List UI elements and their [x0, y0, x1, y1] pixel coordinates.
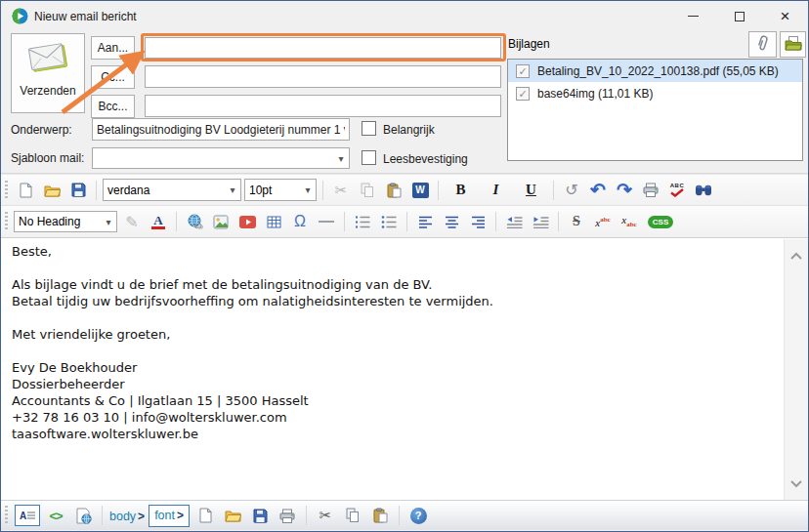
toolbar-grip[interactable] — [5, 506, 8, 525]
find-button[interactable] — [692, 179, 715, 202]
to-input[interactable] — [145, 37, 501, 59]
scissors-icon: ✂ — [319, 507, 332, 524]
undo-icon: ↶ — [590, 179, 606, 201]
subject-input[interactable] — [92, 118, 350, 141]
font-name-dropdown[interactable]: verdana ▾ — [103, 179, 241, 201]
align-right-button[interactable] — [466, 210, 490, 233]
align-center-button[interactable] — [440, 210, 463, 233]
scrollbar[interactable] — [784, 239, 808, 500]
breadcrumb-font[interactable]: font> — [149, 505, 190, 527]
horizontal-rule-icon — [319, 221, 334, 223]
preview-button[interactable] — [71, 504, 95, 527]
copy-button[interactable] — [341, 504, 364, 527]
highlight-button[interactable]: ✎ — [120, 210, 144, 233]
subscript-button[interactable]: xabc — [617, 210, 641, 233]
editor-toolbar-format: No Heading ▾ ✎ A Ω — [1, 206, 808, 238]
spellcheck-icon: ABC — [670, 183, 685, 197]
attachment-checkbox[interactable]: ✓ — [516, 64, 530, 78]
read-receipt-checkbox[interactable] — [362, 150, 376, 165]
new-document-button[interactable] — [193, 504, 217, 527]
add-attachment-button[interactable] — [748, 31, 777, 58]
body-line: Betaal tijdig uw bedrijfsvoorheffing om … — [12, 293, 764, 309]
youtube-icon — [239, 216, 256, 228]
body-line: Evy De Boekhouder — [12, 359, 764, 376]
send-button[interactable]: Verzenden — [11, 33, 85, 113]
toolbar-grip[interactable] — [5, 181, 8, 200]
bold-button[interactable]: B — [445, 179, 477, 202]
paste-button[interactable] — [382, 179, 405, 202]
printer-icon — [279, 509, 295, 523]
minimize-button[interactable] — [670, 1, 716, 31]
breadcrumb-body[interactable]: body> — [109, 507, 145, 524]
refresh-button[interactable]: ↺ — [560, 179, 583, 202]
special-character-button[interactable]: Ω — [288, 210, 312, 233]
template-dropdown[interactable]: ▾ — [92, 147, 350, 169]
cc-input[interactable] — [145, 65, 501, 88]
separator — [344, 212, 345, 231]
bullet-list-button[interactable] — [377, 210, 401, 233]
scroll-up-icon[interactable] — [789, 247, 803, 265]
cc-button[interactable]: Cc... — [91, 65, 135, 89]
save-button[interactable] — [248, 504, 272, 527]
attachment-name: Betaling_BV_10_2022_100138.pdf (55,05 KB… — [537, 64, 779, 78]
bcc-button[interactable]: Bcc... — [91, 95, 135, 118]
insert-link-button[interactable] — [183, 210, 206, 233]
italic-button[interactable]: I — [480, 179, 512, 202]
attachment-row[interactable]: ✓ Betaling_BV_10_2022_100138.pdf (55,05 … — [508, 60, 802, 82]
cut-button[interactable]: ✂ — [329, 179, 353, 202]
copy-button[interactable] — [356, 179, 379, 202]
underline-button[interactable]: U — [515, 179, 547, 202]
ordered-list-button[interactable] — [351, 210, 374, 233]
paste-from-word-button[interactable]: W — [408, 179, 432, 202]
font-size-dropdown[interactable]: 10pt ▾ — [244, 179, 317, 201]
open-button[interactable] — [221, 504, 244, 527]
toolbar-grip[interactable] — [5, 212, 8, 231]
redo-button[interactable]: ↷ — [613, 179, 636, 202]
attach-from-dossier-button[interactable] — [780, 31, 806, 58]
align-left-button[interactable] — [413, 210, 437, 233]
undo-button[interactable]: ↶ — [586, 179, 610, 202]
word-icon: W — [412, 183, 429, 198]
scroll-down-icon[interactable] — [789, 474, 803, 492]
important-checkbox[interactable] — [362, 121, 376, 136]
horizontal-rule-button[interactable] — [315, 210, 338, 233]
save-button[interactable] — [66, 179, 90, 202]
outdent-button[interactable] — [502, 210, 526, 233]
maximize-button[interactable] — [716, 1, 762, 31]
titlebar: Nieuw email bericht × — [1, 1, 808, 31]
heading-dropdown[interactable]: No Heading ▾ — [14, 211, 117, 232]
strikethrough-button[interactable]: S — [565, 210, 588, 233]
indent-button[interactable] — [529, 210, 552, 233]
code-icon: <> — [49, 509, 62, 523]
to-button[interactable]: Aan... — [91, 36, 135, 60]
print-button[interactable] — [276, 504, 299, 527]
attachment-checkbox[interactable]: ✓ — [516, 87, 530, 101]
paste-button[interactable] — [368, 504, 392, 527]
bcc-input[interactable] — [145, 95, 501, 117]
outdent-icon — [506, 216, 523, 228]
insert-image-button[interactable] — [209, 210, 233, 233]
separator — [406, 212, 407, 231]
new-document-button[interactable] — [14, 179, 37, 202]
new-document-icon — [19, 183, 33, 198]
editor-body[interactable]: Beste, Als bijlage vindt u de brief met … — [12, 243, 764, 442]
app-icon — [12, 8, 28, 28]
separator — [322, 181, 323, 200]
open-button[interactable] — [40, 179, 64, 202]
close-button[interactable]: × — [762, 1, 808, 31]
cut-button[interactable]: ✂ — [314, 504, 337, 527]
attachment-row[interactable]: ✓ base64img (11,01 KB) — [508, 82, 802, 104]
insert-table-button[interactable] — [262, 210, 285, 233]
design-view-button[interactable]: A — [15, 505, 40, 526]
print-button[interactable] — [639, 179, 662, 202]
body-line: Als bijlage vindt u de brief met de beta… — [12, 276, 764, 293]
help-button[interactable]: ? — [406, 504, 430, 527]
css-class-button[interactable]: CSS — [644, 210, 677, 233]
body-line — [12, 260, 764, 276]
spellcheck-button[interactable]: ABC — [665, 179, 689, 202]
html-view-button[interactable]: <> — [44, 504, 67, 527]
bullet-list-icon — [381, 215, 397, 229]
superscript-button[interactable]: xabc — [591, 210, 615, 233]
insert-video-button[interactable] — [235, 210, 259, 233]
font-color-button[interactable]: A — [147, 210, 170, 233]
